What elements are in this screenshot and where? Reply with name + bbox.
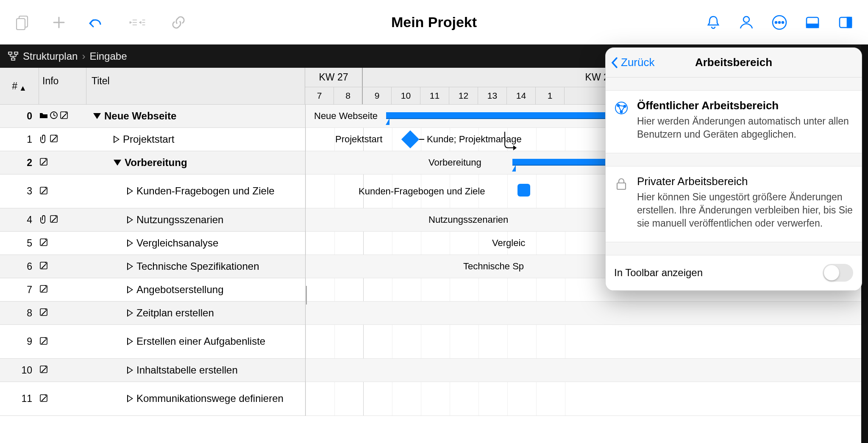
svg-point-15: [782, 22, 784, 23]
expand-icon[interactable]: [127, 263, 133, 270]
row-info: [39, 111, 86, 122]
gantt-label: Vergleic: [492, 238, 525, 249]
note-icon: [39, 157, 48, 168]
link-icon[interactable]: [169, 13, 188, 32]
note-icon: [39, 393, 48, 404]
row-number: 5: [0, 238, 39, 249]
outline-row[interactable]: 1Projektstart: [0, 128, 305, 151]
svg-rect-49: [617, 183, 626, 189]
col-title[interactable]: Titel: [86, 68, 305, 104]
note-icon: [39, 238, 48, 249]
gantt-label: Neue Webseite: [314, 111, 378, 122]
expand-icon[interactable]: [114, 136, 120, 143]
row-info: [39, 365, 86, 376]
outline-row[interactable]: 8Zeitplan erstellen: [0, 302, 305, 325]
row-title: Zeitplan erstellen: [86, 302, 305, 324]
documents-icon[interactable]: [13, 13, 32, 32]
svg-rect-21: [14, 52, 18, 54]
panel-bottom-icon[interactable]: [803, 13, 822, 32]
show-in-toolbar-row[interactable]: In Toolbar anzeigen: [606, 255, 862, 291]
expand-icon[interactable]: [127, 216, 133, 224]
outline-row[interactable]: 3Kunden-Fragebogen und Ziele: [0, 174, 305, 208]
outline-row[interactable]: 5Vergleichsanalyse: [0, 232, 305, 255]
row-info: [39, 186, 86, 197]
dependency-link: [504, 131, 521, 154]
more-icon[interactable]: [770, 13, 789, 32]
option-public-workspace[interactable]: Öffentlicher Arbeitsbereich Hier werden …: [606, 90, 862, 153]
toggle-label: In Toolbar anzeigen: [614, 267, 703, 279]
note-icon: [39, 261, 48, 272]
expand-icon[interactable]: [127, 395, 133, 402]
note-icon: [39, 284, 48, 295]
outline-row[interactable]: 4Nutzungsszenarien: [0, 208, 305, 232]
bell-icon[interactable]: [704, 13, 723, 32]
outline-row[interactable]: 10Inhaltstabelle erstellen: [0, 359, 305, 382]
gantt-milestone[interactable]: [401, 130, 419, 148]
row-number: 9: [0, 336, 39, 347]
gantt-label: Nutzungsszenarien: [428, 214, 508, 225]
clock-icon: [49, 111, 58, 122]
col-info[interactable]: Info: [39, 68, 86, 104]
svg-rect-19: [847, 17, 851, 28]
add-icon[interactable]: [49, 13, 69, 32]
day-label: 10: [392, 87, 420, 104]
row-number: 1: [0, 134, 39, 145]
row-title: Kunden-Fragebogen und Ziele: [86, 180, 305, 202]
collapse-icon[interactable]: [114, 160, 121, 166]
lock-icon: [614, 175, 629, 230]
row-number: 4: [0, 214, 39, 226]
collapse-icon[interactable]: [93, 113, 101, 119]
right-edge: [861, 44, 868, 443]
row-info: [39, 261, 86, 272]
note-icon: [59, 111, 69, 122]
folder-icon: [39, 111, 48, 122]
row-number: 8: [0, 307, 39, 319]
outline-row[interactable]: 7Angebotserstellung: [0, 278, 305, 302]
note-icon: [39, 336, 48, 347]
gantt-label: Technische Sp: [463, 261, 524, 272]
indent-icon[interactable]: [122, 13, 152, 32]
row-info: [39, 284, 86, 295]
row-info: [39, 157, 86, 168]
row-number: 6: [0, 261, 39, 272]
expand-icon[interactable]: [127, 286, 133, 293]
outline-row[interactable]: 0Neue Webseite: [0, 105, 305, 128]
gantt-row: [306, 325, 868, 359]
panel-right-icon[interactable]: [836, 13, 855, 32]
svg-rect-17: [807, 24, 818, 28]
day-label: 11: [420, 87, 449, 104]
option-private-workspace[interactable]: Privater Arbeitsbereich Hier können Sie …: [606, 166, 862, 242]
expand-icon[interactable]: [127, 366, 133, 374]
svg-point-13: [775, 22, 777, 23]
workspace-popover: Zurück Arbeitsbereich Öffentlicher Arbei…: [605, 47, 862, 291]
gantt-task-bar[interactable]: [517, 184, 530, 197]
day-label: 1: [536, 87, 565, 104]
undo-icon[interactable]: [86, 13, 105, 32]
column-resize-handle[interactable]: [305, 282, 308, 308]
outline-row[interactable]: 2Vorbereitung: [0, 151, 305, 174]
expand-icon[interactable]: [127, 239, 133, 247]
row-info: [39, 336, 86, 347]
option-title: Öffentlicher Arbeitsbereich: [637, 99, 853, 112]
svg-rect-1: [17, 19, 25, 30]
option-desc: Hier werden Änderungen automatisch unter…: [637, 115, 853, 141]
col-number[interactable]: # ▲: [0, 68, 39, 104]
day-label: 13: [478, 87, 507, 104]
outline-row[interactable]: 11Kommunikationswege definieren: [0, 382, 305, 416]
gantt-row: [306, 359, 868, 382]
week-label: KW 27: [305, 68, 363, 87]
svg-line-48: [618, 105, 621, 112]
day-label: 14: [507, 87, 536, 104]
expand-icon[interactable]: [127, 338, 133, 345]
toggle-switch[interactable]: [823, 264, 853, 282]
breadcrumb-mode: Eingabe: [89, 50, 127, 62]
row-title: Projektstart: [86, 128, 305, 151]
globe-network-icon: [614, 99, 629, 141]
note-icon: [39, 365, 48, 376]
expand-icon[interactable]: [127, 309, 133, 317]
row-title: Vorbereitung: [86, 152, 305, 174]
person-icon[interactable]: [737, 13, 756, 32]
expand-icon[interactable]: [127, 187, 133, 195]
outline-row[interactable]: 9Erstellen einer Aufgabenliste: [0, 325, 305, 359]
outline-row[interactable]: 6Technische Spezifikationen: [0, 255, 305, 278]
